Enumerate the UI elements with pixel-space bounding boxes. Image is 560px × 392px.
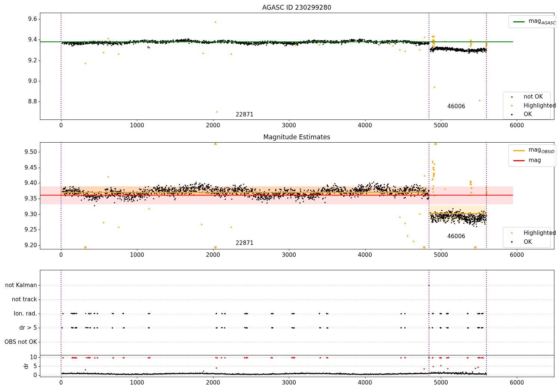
y-tick-label: 9.6: [28, 16, 37, 22]
legend-row: magAGASC: [513, 18, 551, 25]
y-tick-label: 9.25: [25, 227, 37, 233]
y-tick-label: 9.0: [28, 78, 37, 84]
x-tick-label: 2000: [206, 380, 220, 386]
legend-red-dot: [511, 96, 513, 98]
x-tick-label: 3000: [282, 123, 296, 128]
legend-row: OK: [508, 111, 546, 118]
dr-axis-label: dr: [24, 363, 29, 369]
legend-green-line-sample: [513, 21, 525, 22]
y-tick-label: 9.30: [25, 211, 37, 217]
x-tick-label: 3000: [282, 252, 296, 258]
x-tick-label: 1000: [130, 252, 144, 258]
legend-row: magOBSID: [513, 147, 551, 154]
y-tick-label: 9.40: [25, 180, 37, 186]
legend-row: mag: [513, 157, 551, 165]
x-tick-label: 5000: [434, 380, 448, 386]
legend-red-line-sample: [513, 160, 525, 161]
plots-canvas: [0, 0, 560, 392]
dr-tick-label: 0: [33, 373, 37, 378]
legend-middle-markers: Highlighted OK: [503, 227, 551, 248]
x-tick-label: 3000: [282, 380, 296, 386]
legend-row: Highlighted: [508, 103, 546, 109]
legend-label: OK: [524, 239, 532, 245]
obsid-annotation: 22871: [236, 112, 253, 118]
x-tick-label: 5000: [434, 252, 448, 258]
flag-category-label: not Kalman: [5, 283, 37, 288]
y-tick-label: 9.20: [25, 242, 37, 248]
dr-tick-label: 5: [33, 364, 37, 369]
figure: AGASC ID 230299280 Magnitude Estimates 0…: [0, 0, 560, 392]
legend-label: not OK: [524, 94, 543, 100]
x-tick-label: 5000: [434, 123, 448, 128]
x-tick-label: 4000: [358, 380, 372, 386]
legend-black-dot: [511, 114, 513, 115]
y-tick-label: 9.35: [25, 196, 37, 201]
flag-category-label: dr > 5: [19, 325, 37, 331]
legend-label: mag: [529, 157, 541, 165]
obsid-annotation: 46006: [447, 233, 465, 239]
legend-black-dot: [511, 241, 513, 243]
x-tick-label: 0: [59, 123, 63, 128]
legend-orange-line-sample: [513, 150, 525, 151]
flag-category-label: Ion. rad.: [14, 311, 37, 317]
y-tick-label: 9.45: [25, 165, 37, 170]
legend-label: magAGASC: [529, 18, 555, 25]
x-tick-label: 4000: [358, 252, 372, 258]
x-tick-label: 6000: [510, 123, 524, 128]
y-tick-label: 8.8: [28, 99, 37, 105]
middle-plot-title: Magnitude Estimates: [263, 134, 330, 140]
legend-label: Highlighted: [524, 103, 556, 109]
x-tick-label: 2000: [206, 252, 220, 258]
legend-mag-obsid: magOBSID mag: [508, 144, 556, 167]
y-tick-label: 9.4: [28, 37, 37, 43]
flag-category-label: not track: [12, 297, 37, 302]
top-plot-title: AGASC ID 230299280: [262, 4, 331, 11]
legend-row: Highlighted: [508, 230, 546, 236]
x-tick-label: 6000: [510, 380, 524, 386]
flag-category-label: OBS not OK: [4, 339, 37, 345]
legend-orange-dot: [511, 105, 513, 106]
legend-row: not OK: [508, 94, 546, 100]
obsid-annotation: 46006: [447, 103, 465, 109]
x-tick-label: 2000: [206, 123, 220, 128]
legend-label: Highlighted: [524, 230, 556, 236]
y-tick-label: 9.2: [28, 57, 37, 63]
legend-label: OK: [524, 111, 532, 118]
legend-mag-agasc: magAGASC: [508, 15, 556, 28]
legend-label: magOBSID: [529, 147, 554, 154]
legend-orange-dot: [511, 232, 513, 234]
dr-tick-label: 10: [30, 355, 37, 360]
x-tick-label: 1000: [130, 123, 144, 128]
legend-top-markers: not OK Highlighted OK: [503, 92, 551, 119]
legend-row: OK: [508, 239, 546, 245]
obsid-annotation: 22871: [236, 240, 253, 246]
x-tick-label: 1000: [130, 380, 144, 386]
x-tick-label: 4000: [358, 123, 372, 128]
x-tick-label: 6000: [510, 252, 524, 258]
y-tick-label: 9.50: [25, 149, 37, 155]
x-tick-label: 0: [59, 380, 63, 386]
x-tick-label: 0: [59, 252, 63, 258]
